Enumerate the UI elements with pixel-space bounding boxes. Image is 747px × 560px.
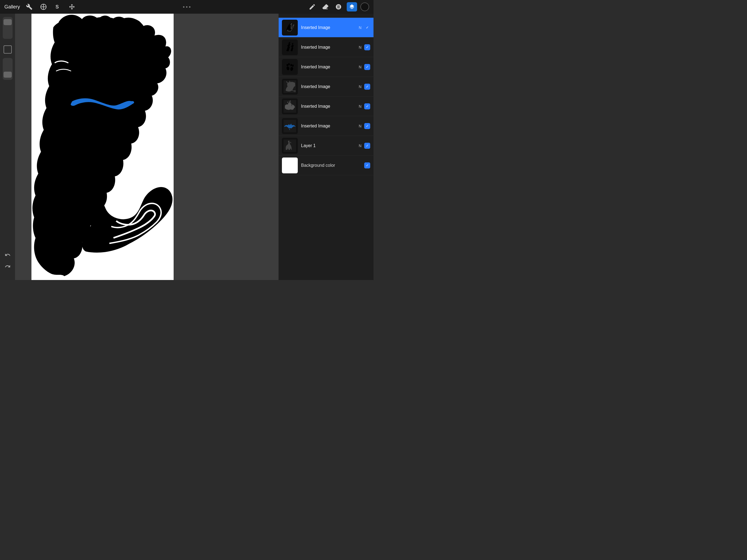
- layer-thumbnail: [282, 138, 298, 154]
- layer-item[interactable]: Inserted Image N ✓: [279, 97, 374, 116]
- layer-label: Background color: [301, 163, 361, 168]
- dot-3: [189, 6, 190, 8]
- svg-text:S: S: [55, 4, 59, 9]
- layer-visibility-checkbox[interactable]: ✓: [364, 123, 370, 129]
- toolbar-right: [307, 2, 369, 12]
- layer-mode: N: [359, 45, 361, 50]
- redo-button[interactable]: [3, 261, 12, 271]
- wrench-button[interactable]: [24, 2, 34, 12]
- selection-button[interactable]: S: [53, 2, 62, 12]
- layer-label: Inserted Image: [301, 104, 359, 109]
- layer-visibility-checkbox[interactable]: ✓: [364, 44, 370, 50]
- layer-thumb-svg: [284, 61, 296, 73]
- layer-thumb-svg: [284, 120, 296, 132]
- brush-size-slider[interactable]: [3, 17, 12, 39]
- dot-1: [183, 6, 185, 8]
- layer-mode: N: [359, 124, 361, 128]
- layer-thumb-svg: [284, 21, 296, 34]
- svg-rect-5: [284, 61, 296, 73]
- layer-label: Inserted Image: [301, 25, 359, 30]
- wrench-icon: [26, 4, 32, 10]
- brush-size-thumb: [4, 19, 12, 25]
- layer-mode: N: [359, 25, 361, 30]
- modifier-button[interactable]: [4, 45, 12, 54]
- layer-item[interactable]: Background color ✓: [279, 156, 374, 175]
- left-sidebar: [0, 14, 15, 280]
- adjustments-icon: [40, 4, 47, 10]
- layers-icon: [349, 4, 355, 10]
- undo-button[interactable]: [3, 250, 12, 260]
- layer-visibility-checkbox[interactable]: ✓: [364, 25, 370, 31]
- layer-thumbnail: [282, 20, 298, 35]
- toolbar-left: Gallery S: [4, 2, 77, 12]
- smudge-icon: [335, 3, 342, 10]
- canvas-drawing: [31, 14, 174, 280]
- layer-thumb-svg: [284, 41, 296, 54]
- layer-item[interactable]: Inserted Image N ✓: [279, 116, 374, 136]
- layer-thumbnail: [282, 118, 298, 134]
- layer-visibility-checkbox[interactable]: ✓: [364, 64, 370, 70]
- artwork-svg: [31, 14, 174, 280]
- gallery-button[interactable]: Gallery: [4, 4, 20, 10]
- layer-item[interactable]: Inserted Image N ✓: [279, 37, 374, 57]
- layer-item[interactable]: Layer 1 N ✓: [279, 136, 374, 156]
- layer-mode: N: [359, 104, 361, 108]
- pen-tool-button[interactable]: [307, 2, 317, 12]
- layer-visibility-checkbox[interactable]: ✓: [364, 143, 370, 149]
- layer-label: Inserted Image: [301, 65, 359, 70]
- toolbar-center: [183, 6, 190, 8]
- layer-visibility-checkbox[interactable]: ✓: [364, 84, 370, 90]
- eraser-tool-button[interactable]: [320, 2, 330, 12]
- layers-panel-button[interactable]: [347, 2, 357, 11]
- layer-thumb-svg: [284, 100, 296, 113]
- transform-icon: [69, 4, 75, 10]
- top-toolbar: Gallery S: [0, 0, 374, 14]
- layer-mode: N: [359, 144, 361, 148]
- layer-visibility-checkbox[interactable]: ✓: [364, 103, 370, 109]
- opacity-thumb: [4, 72, 12, 78]
- layer-thumb-svg: [284, 80, 296, 93]
- layer-label: Inserted Image: [301, 45, 359, 50]
- redo-icon: [5, 263, 11, 269]
- undo-icon: [5, 252, 11, 258]
- layer-item[interactable]: Inserted Image N ✓: [279, 18, 374, 37]
- eraser-icon: [322, 3, 329, 10]
- layer-label: Inserted Image: [301, 124, 359, 128]
- layer-label: Inserted Image: [301, 84, 359, 89]
- smudge-tool-button[interactable]: [334, 2, 343, 12]
- svg-point-14: [291, 105, 292, 106]
- layer-mode: N: [359, 84, 361, 89]
- layer-visibility-checkbox[interactable]: ✓: [364, 162, 370, 169]
- layer-thumbnail: [282, 40, 298, 55]
- layer-thumbnail: [282, 79, 298, 95]
- layer-thumb-svg: [284, 139, 296, 152]
- pen-icon: [309, 3, 316, 10]
- adjustments-button[interactable]: [38, 2, 48, 12]
- color-picker-button[interactable]: [360, 2, 369, 11]
- layer-thumbnail: [282, 59, 298, 75]
- layer-mode: N: [359, 65, 361, 69]
- transform-button[interactable]: [67, 2, 77, 12]
- layer-thumbnail: [282, 98, 298, 114]
- layers-panel: Layers + Inserted Image N ✓ Inserted: [278, 0, 374, 280]
- layer-item[interactable]: Inserted Image N ✓: [279, 77, 374, 97]
- opacity-slider[interactable]: [3, 58, 12, 80]
- undo-redo-group: [3, 250, 12, 277]
- layer-label: Layer 1: [301, 143, 359, 148]
- layer-item[interactable]: Inserted Image N ✓: [279, 57, 374, 77]
- layer-thumbnail: [282, 157, 298, 173]
- svg-point-17: [289, 141, 289, 142]
- selection-icon: S: [54, 4, 61, 10]
- dot-2: [186, 6, 187, 8]
